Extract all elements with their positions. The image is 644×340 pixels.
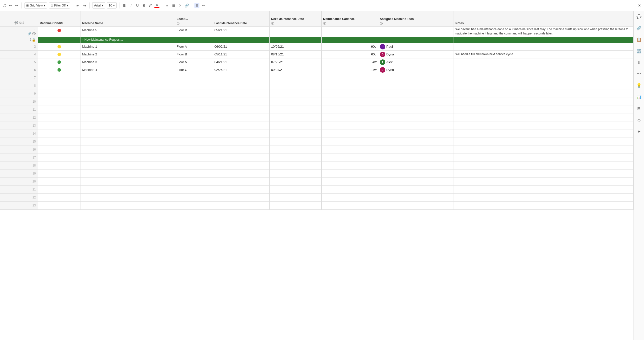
grid-view-button[interactable]: ⊞ Grid View ▾ — [24, 2, 47, 8]
machine-name-cell[interactable]: Machine 3 — [80, 58, 175, 66]
last-maint-cell[interactable]: 04/21/21 — [213, 58, 270, 66]
empty-cell[interactable] — [80, 154, 175, 162]
cadence-cell[interactable]: 4w — [322, 58, 378, 66]
machine-name-cell[interactable]: Machine 4 — [80, 66, 175, 74]
empty-cell[interactable] — [213, 162, 270, 170]
empty-cell[interactable] — [378, 122, 454, 130]
row-number[interactable]: 14 — [0, 130, 38, 138]
location-cell[interactable]: Floor B — [175, 27, 213, 37]
row-number[interactable]: 18 — [0, 162, 38, 170]
machine-name-cell[interactable]: ↑ New Maintenance Request... — [80, 37, 175, 43]
empty-cell[interactable] — [80, 114, 175, 122]
empty-cell[interactable] — [454, 114, 634, 122]
empty-cell[interactable] — [38, 154, 80, 162]
empty-cell[interactable] — [270, 154, 322, 162]
empty-cell[interactable] — [454, 98, 634, 106]
empty-cell[interactable] — [175, 162, 213, 170]
empty-cell[interactable] — [38, 146, 80, 154]
wave-panel-icon[interactable]: 〜 — [636, 70, 642, 77]
empty-cell[interactable] — [378, 154, 454, 162]
row-number[interactable]: 7 — [0, 74, 38, 82]
empty-cell[interactable] — [378, 90, 454, 98]
download-panel-icon[interactable]: ⬇ — [636, 59, 642, 66]
row-comment-icon[interactable]: 💬 — [32, 32, 36, 35]
empty-cell[interactable] — [213, 201, 270, 209]
next-maint-cell[interactable]: 07/26/21 — [270, 58, 322, 66]
assigned-cell[interactable]: PPaul — [378, 43, 454, 50]
row-number[interactable]: 15 — [0, 138, 38, 146]
layers-panel-icon[interactable]: 📋 — [636, 36, 642, 43]
list-icon[interactable]: ☰ — [171, 3, 176, 8]
empty-cell[interactable] — [378, 162, 454, 170]
row-link-icon[interactable]: 🔗 — [28, 32, 31, 35]
empty-cell[interactable] — [80, 146, 175, 154]
empty-cell[interactable] — [175, 114, 213, 122]
empty-cell[interactable] — [454, 138, 634, 146]
underline-icon[interactable]: U — [135, 3, 140, 8]
print-icon[interactable]: 🖨 — [2, 3, 7, 8]
empty-cell[interactable] — [80, 162, 175, 170]
empty-cell[interactable] — [270, 146, 322, 154]
machine-name-cell[interactable]: Machine 1 — [80, 43, 175, 50]
location-cell[interactable]: Floor B — [175, 50, 213, 58]
empty-cell[interactable] — [378, 201, 454, 209]
empty-cell[interactable] — [213, 170, 270, 177]
table-row[interactable]: 1 🔗 💬 Machine 5Floor B05/21/21We haven't… — [0, 27, 634, 37]
empty-cell[interactable] — [80, 193, 175, 201]
row-number[interactable]: 8 — [0, 82, 38, 90]
empty-cell[interactable] — [80, 74, 175, 82]
font-size-selector[interactable]: 10 ▾ — [107, 2, 117, 8]
empty-cell[interactable] — [213, 82, 270, 90]
row-number[interactable]: 13 — [0, 122, 38, 130]
condition-cell[interactable] — [38, 58, 80, 66]
empty-cell[interactable] — [175, 98, 213, 106]
assigned-cell[interactable] — [378, 27, 454, 37]
link-icon[interactable]: 🔗 — [184, 3, 189, 8]
condition-cell[interactable] — [38, 66, 80, 74]
location-cell[interactable] — [175, 37, 213, 43]
empty-cell[interactable] — [38, 106, 80, 114]
comment-icon[interactable]: 💬 — [14, 21, 18, 24]
empty-cell[interactable] — [175, 154, 213, 162]
empty-cell[interactable] — [322, 177, 378, 185]
empty-cell[interactable] — [270, 162, 322, 170]
notes-cell[interactable]: Will need a full shutdown next service c… — [454, 50, 634, 58]
empty-cell[interactable] — [454, 162, 634, 170]
location-info-icon[interactable]: ⓘ — [177, 22, 180, 25]
empty-cell[interactable] — [322, 154, 378, 162]
empty-cell[interactable] — [322, 106, 378, 114]
highlight-icon[interactable]: 🖊 — [148, 3, 153, 8]
last-maint-cell[interactable] — [213, 37, 270, 43]
notes-cell[interactable] — [454, 66, 634, 74]
notes-cell[interactable]: We haven't had a maintenance done on our… — [454, 27, 634, 37]
empty-cell[interactable] — [80, 82, 175, 90]
empty-cell[interactable] — [454, 130, 634, 138]
table-row[interactable]: 5Machine 3Floor A04/21/2107/26/214wAAlex — [0, 58, 634, 66]
last-maint-cell[interactable]: 05/11/21 — [213, 50, 270, 58]
empty-cell[interactable] — [270, 82, 322, 90]
assigned-cell[interactable] — [378, 37, 454, 43]
empty-cell[interactable] — [270, 193, 322, 201]
indent-dec-icon[interactable]: ⇤ — [76, 3, 80, 8]
empty-cell[interactable] — [270, 114, 322, 122]
font-color-icon[interactable]: A — [154, 3, 160, 8]
empty-cell[interactable] — [322, 90, 378, 98]
empty-cell[interactable] — [378, 170, 454, 177]
empty-cell[interactable] — [378, 193, 454, 201]
empty-cell[interactable] — [454, 154, 634, 162]
location-cell[interactable]: Floor A — [175, 43, 213, 50]
empty-cell[interactable] — [80, 106, 175, 114]
empty-cell[interactable] — [454, 106, 634, 114]
diamond-panel-icon[interactable]: ◇ — [636, 116, 642, 123]
empty-cell[interactable] — [175, 90, 213, 98]
empty-cell[interactable] — [378, 106, 454, 114]
clear-icon[interactable]: ✕ — [178, 3, 183, 8]
next-maint-cell[interactable]: 10/06/21 — [270, 43, 322, 50]
align-icon[interactable]: ≡ — [165, 3, 170, 8]
empty-cell[interactable] — [175, 74, 213, 82]
condition-cell[interactable] — [38, 43, 80, 50]
empty-cell[interactable] — [175, 82, 213, 90]
empty-cell[interactable] — [38, 74, 80, 82]
empty-cell[interactable] — [38, 162, 80, 170]
empty-cell[interactable] — [80, 185, 175, 193]
